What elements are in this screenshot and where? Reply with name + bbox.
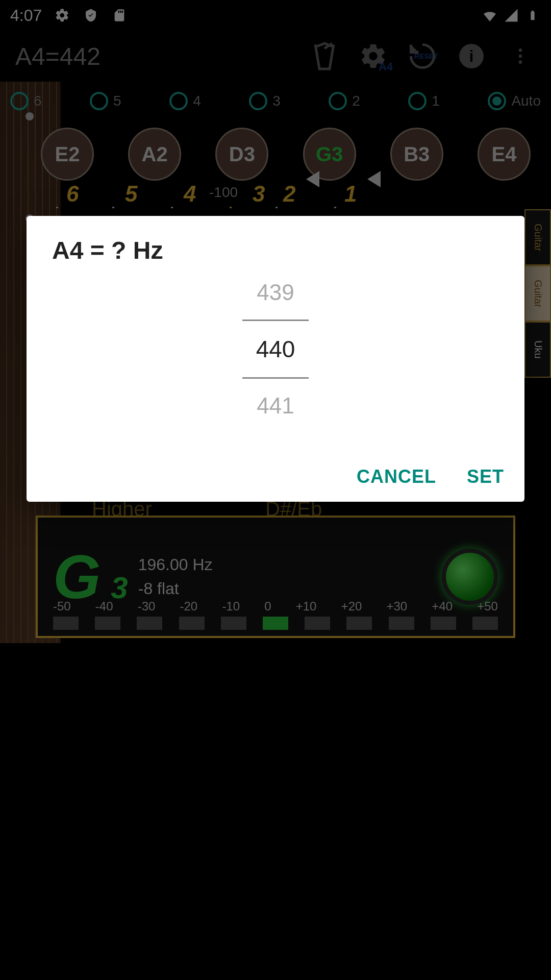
dialog-actions: CANCEL SET <box>357 466 504 487</box>
picker-current[interactable]: 440 <box>256 335 295 363</box>
number-picker[interactable]: 439 440 441 <box>52 280 499 419</box>
picker-divider <box>242 377 309 379</box>
a4-frequency-dialog: A4 = ? Hz 439 440 441 CANCEL SET <box>27 216 524 502</box>
picker-next[interactable]: 441 <box>257 393 294 419</box>
picker-divider <box>242 320 309 321</box>
picker-prev[interactable]: 439 <box>257 280 294 305</box>
dialog-title: A4 = ? Hz <box>52 236 499 264</box>
cancel-button[interactable]: CANCEL <box>357 466 436 487</box>
set-button[interactable]: SET <box>467 466 504 487</box>
